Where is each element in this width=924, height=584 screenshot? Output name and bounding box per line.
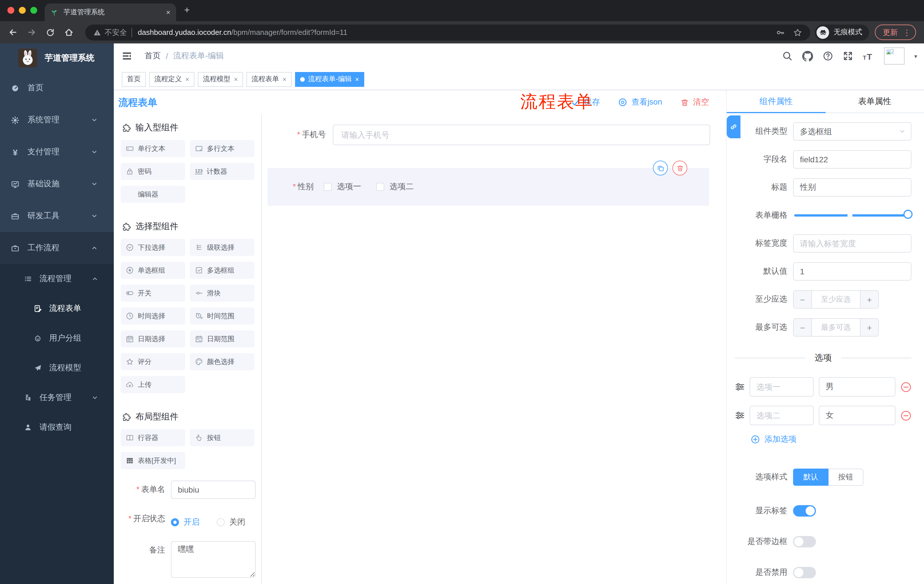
with-border-switch[interactable] bbox=[793, 536, 816, 548]
phone-input[interactable] bbox=[333, 125, 710, 145]
slider-handle[interactable] bbox=[903, 210, 912, 219]
label-width-input[interactable] bbox=[793, 234, 911, 253]
component-chip-time-picker[interactable]: 时间选择 bbox=[120, 308, 185, 324]
back-icon[interactable] bbox=[8, 28, 18, 37]
close-icon[interactable]: × bbox=[185, 75, 189, 83]
view-json-button[interactable]: 查看json bbox=[619, 97, 662, 107]
page-tab-process-model[interactable]: 流程模型× bbox=[198, 72, 243, 87]
address-bar[interactable]: 不安全 dashboard.yudao.iocoder.cn /bpm/mana… bbox=[85, 24, 810, 40]
max-select-value[interactable]: 最多可选 bbox=[812, 319, 860, 336]
sidebar-item-leave-query[interactable]: 请假查询 bbox=[0, 413, 114, 442]
sidebar-item-process-form[interactable]: 流程表单 bbox=[0, 294, 114, 323]
component-chip-date-picker[interactable]: 日期选择 bbox=[120, 330, 185, 347]
page-tab-home[interactable]: 首页 bbox=[122, 72, 146, 87]
close-window-button[interactable] bbox=[7, 7, 14, 14]
minimize-window-button[interactable] bbox=[19, 7, 26, 14]
component-chip-editor[interactable]: 编辑器 bbox=[120, 186, 185, 203]
sidebar-item-home[interactable]: 首页 bbox=[0, 72, 114, 104]
component-chip-color-picker[interactable]: 颜色选择 bbox=[190, 353, 254, 370]
link-icon-tab[interactable] bbox=[727, 115, 741, 138]
close-icon[interactable]: × bbox=[282, 75, 287, 83]
gender-checkbox-option1[interactable]: 选项一 bbox=[324, 182, 361, 192]
forward-icon[interactable] bbox=[27, 28, 36, 37]
gender-checkbox-option2[interactable]: 选项二 bbox=[376, 182, 414, 192]
option1-label-input[interactable] bbox=[750, 377, 813, 396]
page-tab-process-definition[interactable]: 流程定义× bbox=[149, 72, 195, 87]
url-path[interactable]: /bpm/manager/form/edit?formId=11 bbox=[231, 28, 776, 36]
window-controls[interactable] bbox=[7, 7, 37, 14]
stepper-increase-button[interactable]: + bbox=[860, 319, 878, 336]
min-select-value[interactable]: 至少应选 bbox=[812, 291, 860, 308]
sidebar-item-workflow[interactable]: 工作流程 bbox=[0, 232, 114, 264]
help-icon[interactable] bbox=[823, 51, 833, 61]
close-icon[interactable]: × bbox=[234, 75, 238, 83]
url-domain[interactable]: dashboard.yudao.iocoder.cn bbox=[138, 28, 231, 36]
component-chip-password[interactable]: 密码 bbox=[120, 163, 185, 180]
home-icon[interactable] bbox=[64, 28, 74, 37]
page-tab-process-form-edit[interactable]: 流程表单-编辑× bbox=[295, 72, 364, 87]
drag-handle-icon[interactable] bbox=[735, 410, 745, 421]
title-input[interactable] bbox=[793, 178, 911, 197]
component-chip-counter[interactable]: 123 计数器 bbox=[190, 163, 254, 180]
browser-menu-icon[interactable]: ⋮ bbox=[903, 28, 911, 37]
sidebar-fold-icon[interactable] bbox=[122, 51, 132, 61]
search-icon[interactable] bbox=[782, 51, 792, 61]
copy-component-button[interactable] bbox=[653, 161, 668, 175]
sidebar-item-task-management[interactable]: 任务管理 bbox=[0, 383, 114, 413]
not-secure-warning-icon[interactable] bbox=[93, 28, 101, 36]
option2-label-input[interactable] bbox=[750, 406, 813, 425]
avatar-caret-icon[interactable]: ▾ bbox=[914, 53, 917, 59]
breadcrumb-home[interactable]: 首页 bbox=[145, 51, 161, 61]
checkbox-box[interactable] bbox=[324, 183, 332, 191]
github-icon[interactable] bbox=[802, 51, 813, 61]
component-chip-table[interactable]: 表格[开发中] bbox=[120, 452, 185, 469]
phone-field-row[interactable]: *手机号 bbox=[262, 125, 726, 145]
component-chip-switch[interactable]: 开关 bbox=[120, 285, 185, 302]
disabled-switch[interactable] bbox=[793, 567, 816, 578]
tab-component-props[interactable]: 组件属性 bbox=[727, 90, 825, 113]
sidebar-item-process-model[interactable]: 流程模型 bbox=[0, 353, 114, 383]
maximize-window-button[interactable] bbox=[30, 7, 37, 14]
new-tab-button[interactable]: + bbox=[184, 5, 190, 16]
style-default-button[interactable]: 默认 bbox=[793, 469, 828, 486]
remove-option-icon[interactable] bbox=[901, 410, 911, 421]
sidebar-item-process-management[interactable]: 流程管理 bbox=[0, 264, 114, 294]
component-chip-button[interactable]: 按钮 bbox=[190, 429, 254, 446]
status-radio-on[interactable]: 开启 bbox=[171, 517, 200, 527]
show-label-switch[interactable] bbox=[793, 505, 816, 517]
browser-update-button[interactable]: 更新 ⋮ bbox=[875, 25, 916, 40]
component-chip-row-container[interactable]: 行容器 bbox=[120, 429, 185, 446]
drag-handle-icon[interactable] bbox=[735, 382, 745, 392]
component-chip-radio-group[interactable]: 单选框组 bbox=[120, 262, 185, 279]
avatar[interactable] bbox=[884, 48, 904, 64]
checkbox-box[interactable] bbox=[376, 183, 384, 191]
close-icon[interactable]: × bbox=[355, 75, 359, 83]
component-chip-slider[interactable]: 滑块 bbox=[190, 285, 254, 302]
option1-value-input[interactable] bbox=[819, 377, 895, 396]
bookmark-star-icon[interactable] bbox=[793, 28, 802, 37]
clear-button[interactable]: 清空 bbox=[680, 97, 709, 107]
component-chip-time-range[interactable]: 时间范围 bbox=[190, 308, 254, 324]
status-radio-off[interactable]: 关闭 bbox=[217, 517, 245, 527]
tab-form-props[interactable]: 表单属性 bbox=[825, 90, 924, 113]
component-chip-rate[interactable]: 评分 bbox=[120, 353, 185, 370]
remove-option-icon[interactable] bbox=[901, 382, 911, 392]
style-button-button[interactable]: 按钮 bbox=[828, 469, 863, 486]
password-key-icon[interactable] bbox=[776, 28, 785, 37]
sidebar-item-infrastructure[interactable]: 基础设施 bbox=[0, 168, 114, 200]
component-chip-cascader[interactable]: 级联选择 bbox=[190, 239, 254, 256]
fullscreen-icon[interactable] bbox=[843, 51, 853, 61]
delete-component-button[interactable] bbox=[672, 161, 687, 175]
form-name-input[interactable] bbox=[171, 480, 256, 499]
sidebar-item-system[interactable]: 系统管理 bbox=[0, 104, 114, 136]
component-chip-multi-line-text[interactable]: 多行文本 bbox=[190, 140, 254, 157]
grid-slider[interactable] bbox=[794, 214, 907, 217]
browser-tab[interactable]: 芋道管理系统 × bbox=[45, 3, 176, 21]
font-size-icon[interactable]: TT bbox=[863, 51, 874, 61]
selected-component-gender[interactable]: *性别 选项一 选项二 bbox=[267, 168, 709, 206]
update-label[interactable]: 更新 bbox=[883, 27, 898, 38]
reload-icon[interactable] bbox=[46, 28, 55, 37]
component-chip-select[interactable]: 下拉选择 bbox=[120, 239, 185, 256]
security-label[interactable]: 不安全 bbox=[105, 27, 127, 38]
app-logo-row[interactable]: 芋道管理系统 bbox=[0, 43, 114, 72]
